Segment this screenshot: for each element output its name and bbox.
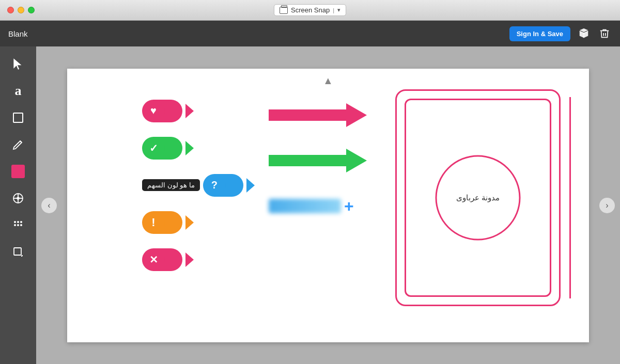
question-pill-icon: ? — [203, 174, 250, 197]
svg-rect-11 — [14, 248, 21, 255]
text-tool-icon: a — [15, 83, 22, 99]
check-arrow-row: ✓ — [142, 137, 250, 160]
cross-arrow-row: ✕ — [142, 248, 250, 271]
svg-marker-14 — [269, 103, 367, 127]
nav-right-button[interactable]: › — [599, 198, 615, 213]
svg-point-10 — [20, 224, 22, 226]
trash-button[interactable] — [597, 26, 612, 41]
minimize-button[interactable] — [18, 7, 24, 13]
title-bar: Screen Snap | ▾ — [0, 0, 620, 21]
svg-point-8 — [14, 224, 16, 226]
pen-tool-button[interactable] — [7, 133, 29, 156]
center-circle: مدونة عرباوى — [436, 155, 521, 240]
svg-point-5 — [14, 221, 16, 223]
shape-tool-button[interactable] — [7, 106, 29, 129]
maximize-button[interactable] — [28, 7, 35, 13]
title-separator: | — [333, 7, 334, 13]
frame-tool-button[interactable] — [7, 241, 29, 263]
app-bar: Blank Sign In & Save — [0, 21, 620, 46]
window-controls — [7, 7, 35, 13]
icon-arrows-panel: ♥ ✓ — [142, 100, 250, 271]
sign-in-save-button[interactable]: Sign In & Save — [509, 26, 570, 41]
stamp-tool-button[interactable] — [7, 187, 29, 210]
svg-point-9 — [17, 224, 19, 226]
nav-left-button[interactable]: ‹ — [41, 198, 57, 213]
blue-blurred-bar — [269, 199, 341, 213]
cross-pill-icon: ✕ — [142, 248, 189, 271]
canvas-area: ‹ › ▲ ♥ — [36, 46, 620, 364]
app-title-bar[interactable]: Screen Snap | ▾ — [274, 4, 346, 16]
warning-pill-icon: ! — [142, 211, 189, 234]
title-dropdown-arrow[interactable]: ▾ — [337, 7, 340, 13]
svg-rect-0 — [13, 113, 23, 122]
document-title: Blank — [8, 29, 509, 38]
heart-arrow-row: ♥ — [142, 100, 250, 122]
question-arrow-row: ما هو لون السهم ? — [142, 174, 250, 197]
svg-point-6 — [17, 221, 19, 223]
main-layout: a — [0, 46, 620, 364]
warning-arrow-row: ! — [142, 211, 250, 234]
right-vertical-line — [569, 97, 571, 298]
close-button[interactable] — [7, 7, 14, 13]
svg-point-7 — [20, 221, 22, 223]
share-button[interactable] — [577, 26, 591, 41]
select-tool-button[interactable] — [7, 53, 29, 75]
effects-tool-button[interactable] — [7, 214, 29, 236]
canvas-content: ♥ ✓ — [67, 69, 589, 342]
blue-arrow-area: + — [269, 193, 367, 219]
color-swatch — [11, 165, 25, 178]
canvas: ▲ ♥ — [67, 69, 589, 342]
question-tooltip: ما هو لون السهم — [142, 179, 200, 191]
circle-text: مدونة عرباوى — [456, 193, 500, 202]
app-name-label: Screen Snap — [291, 6, 330, 14]
blue-plus-icon: + — [344, 198, 354, 214]
check-pill-icon: ✓ — [142, 137, 189, 160]
heart-pill-icon: ♥ — [142, 100, 189, 122]
color-tool-button[interactable] — [7, 160, 29, 183]
text-tool-button[interactable]: a — [7, 80, 29, 102]
pink-big-arrow — [269, 102, 367, 128]
green-big-arrow — [269, 148, 367, 173]
app-bar-actions — [577, 26, 612, 41]
sidebar: a — [0, 46, 36, 364]
screen-snap-icon — [280, 7, 288, 14]
svg-marker-15 — [269, 149, 367, 172]
right-panel: مدونة عرباوى — [395, 89, 571, 306]
center-arrows-panel: + — [269, 102, 367, 219]
